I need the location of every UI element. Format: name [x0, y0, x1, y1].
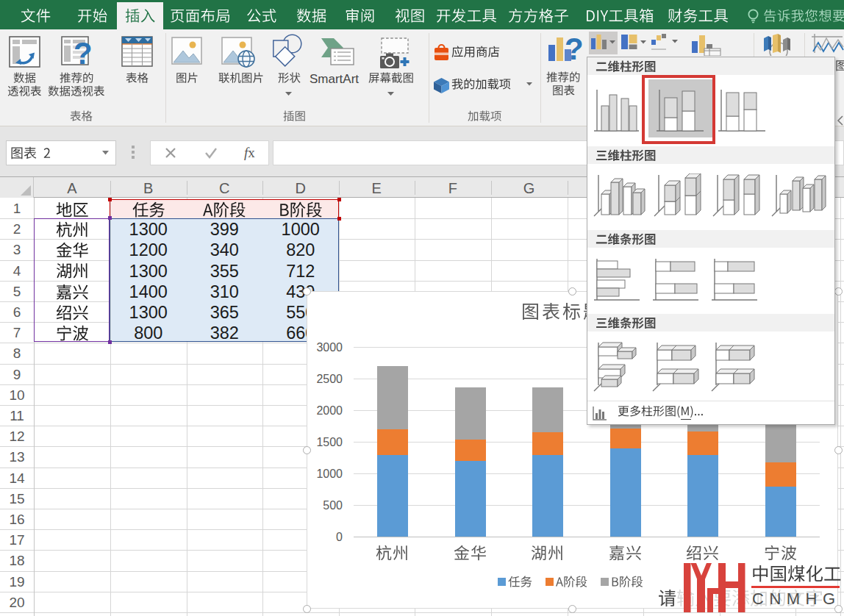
- svg-text:?: ?: [565, 35, 582, 65]
- svg-text:?: ?: [74, 36, 93, 70]
